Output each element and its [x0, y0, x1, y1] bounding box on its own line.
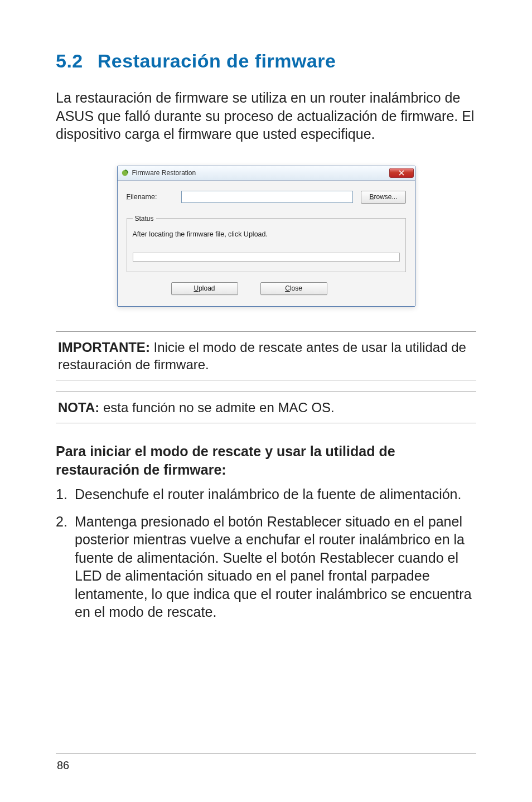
browse-button[interactable]: Browse...	[361, 191, 405, 204]
section-title: Restauración de firmware	[98, 50, 336, 71]
important-label: IMPORTANTE:	[58, 340, 150, 355]
filename-label: Filename:	[127, 193, 173, 201]
list-item: Mantenga presionado el botón Restablecer…	[56, 513, 476, 621]
filename-input[interactable]	[181, 191, 354, 203]
steps-heading: Para iniciar el modo de rescate y usar l…	[56, 442, 476, 479]
status-group: Status After locating the firmware file,…	[127, 215, 406, 272]
page-number: 86	[56, 759, 476, 772]
steps-list: Desenchufe el router inalámbrico de la f…	[56, 485, 476, 621]
app-icon	[121, 169, 129, 177]
status-message: After locating the firmware file, click …	[133, 230, 400, 238]
intro-paragraph: La restauración de firmware se utiliza e…	[56, 89, 476, 143]
upload-button[interactable]: Upload	[171, 282, 238, 295]
dialog-button-row: Upload Close	[171, 282, 406, 295]
nota-box: NOTA: esta función no se admite en MAC O…	[56, 392, 476, 423]
important-box: IMPORTANTE: Inicie el modo de rescate an…	[56, 331, 476, 380]
close-button[interactable]: Close	[260, 282, 327, 295]
status-legend: Status	[133, 215, 156, 223]
nota-label: NOTA:	[58, 400, 99, 415]
footer-rule	[56, 753, 476, 753]
dialog-body: Filename: Browse... Status After locatin…	[118, 181, 415, 306]
nota-text: esta función no se admite en MAC OS.	[103, 400, 335, 415]
close-icon[interactable]	[389, 168, 414, 178]
section-heading: 5.2Restauración de firmware	[56, 50, 476, 72]
filename-row: Filename: Browse...	[127, 191, 406, 204]
progress-bar	[133, 253, 400, 262]
section-number: 5.2	[56, 50, 83, 71]
dialog-title: Firmware Restoration	[132, 169, 389, 177]
page-footer: 86	[0, 753, 532, 772]
list-item: Desenchufe el router inalámbrico de la f…	[56, 485, 476, 504]
dialog-titlebar: Firmware Restoration	[118, 166, 415, 181]
firmware-restoration-dialog: Firmware Restoration Filename: Browse...…	[117, 166, 415, 307]
